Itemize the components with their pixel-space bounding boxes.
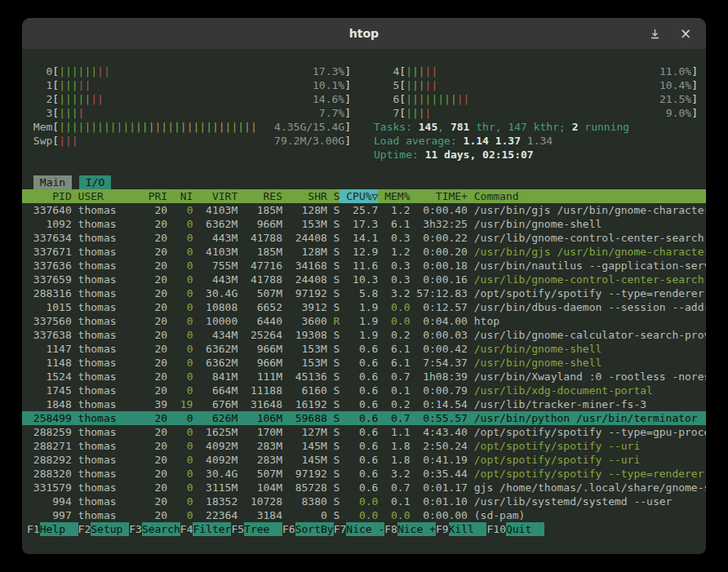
cell-time: 0:00.79 bbox=[411, 384, 468, 397]
fkey-label: Kill bbox=[449, 522, 487, 536]
column-header-ni[interactable]: NI bbox=[167, 189, 193, 203]
column-header-time[interactable]: TIME+ bbox=[411, 189, 468, 203]
fkey-kill[interactable]: F9Kill bbox=[436, 522, 487, 536]
cell-virt: 3115M bbox=[193, 481, 237, 494]
cell-virt: 676M bbox=[193, 397, 237, 411]
process-row-337640[interactable]: 337640thomas2004103M185M128MS25.71.20:00… bbox=[22, 203, 706, 217]
column-header-res[interactable]: RES bbox=[237, 189, 282, 203]
cell-ni: 0 bbox=[167, 203, 193, 217]
meter-bar-segment: ||||||||||||||||||| bbox=[135, 120, 257, 134]
cell-cmd: /usr/bin/nautilus --gapplication-serv bbox=[468, 259, 706, 273]
process-row-337634[interactable]: 337634thomas200443M4178824408S14.10.30:0… bbox=[22, 231, 706, 245]
column-header-cpu[interactable]: CPU%▽ bbox=[340, 189, 378, 203]
tab-i-o[interactable]: I/O bbox=[79, 175, 111, 189]
fkey-nice-[interactable]: F8Nice + bbox=[384, 522, 436, 536]
cell-ni: 0 bbox=[167, 411, 193, 425]
cell-ni: 0 bbox=[167, 508, 193, 522]
process-row-288292[interactable]: 288292thomas2004092M283M145MS0.61.80:41.… bbox=[22, 453, 706, 467]
process-row-331579[interactable]: 331579thomas2003115M104M85728S0.60.70:01… bbox=[22, 481, 706, 494]
meter-label: Mem bbox=[27, 120, 52, 134]
cell-res: 25264 bbox=[237, 328, 282, 342]
cell-cmd: /opt/spotify/spotify --type=renderer bbox=[468, 467, 706, 481]
meter-bracket-close: ] bbox=[344, 64, 351, 78]
cell-shr: 97192 bbox=[282, 286, 327, 300]
meter-area: 0[||||||||17.3%]1[|||||10.1%]2[|||||||14… bbox=[22, 64, 706, 162]
column-header-pid[interactable]: PID bbox=[27, 189, 72, 203]
cell-mem: 0.3 bbox=[378, 259, 410, 273]
cell-res: 966M bbox=[237, 342, 282, 356]
process-row-1745[interactable]: 1745thomas200664M111886160S0.60.10:00.79… bbox=[22, 384, 706, 397]
column-header-cmd[interactable]: Command bbox=[468, 189, 706, 203]
meter-4: 4[|||||11.0%] bbox=[374, 64, 698, 78]
close-button[interactable]: × bbox=[678, 26, 693, 41]
process-row-997[interactable]: 997thomas2002236431840S0.00.00:00.00(sd-… bbox=[22, 508, 706, 522]
load-average-segment: 1.14 1.37 bbox=[464, 135, 521, 147]
process-row-288259[interactable]: 288259thomas2001625M170M127MS0.61.14:43.… bbox=[22, 425, 706, 439]
column-header-s[interactable]: S bbox=[327, 189, 340, 203]
process-row-337638[interactable]: 337638thomas200434M2526419308S1.90.20:00… bbox=[22, 328, 706, 342]
cell-virt: 4092M bbox=[193, 453, 237, 467]
window-title: htop bbox=[349, 27, 379, 40]
meter-bar: ||||9.0% bbox=[406, 106, 691, 120]
fkey-sortby[interactable]: F6SortBy bbox=[282, 522, 334, 536]
cell-mem: 0.0 bbox=[378, 314, 410, 328]
process-row-1848[interactable]: 1848thomas3919676M3164816192S0.60.20:14.… bbox=[22, 397, 706, 411]
column-header-shr[interactable]: SHR bbox=[282, 189, 327, 203]
title-bar[interactable]: htop × bbox=[22, 18, 706, 49]
cell-shr: 145M bbox=[282, 439, 327, 453]
column-header-pri[interactable]: PRI bbox=[142, 189, 167, 203]
cell-shr: 145M bbox=[282, 453, 327, 467]
process-row-1092[interactable]: 1092thomas2006362M966M153MS17.36.13h32:2… bbox=[22, 217, 706, 231]
cell-ni: 0 bbox=[167, 259, 193, 273]
column-header-user[interactable]: USER bbox=[72, 189, 142, 203]
fkey-help[interactable]: F1Help bbox=[27, 522, 78, 536]
process-row-337636[interactable]: 337636thomas200755M4771634168S11.60.30:0… bbox=[22, 259, 706, 273]
cell-cpu: 0.6 bbox=[340, 397, 378, 411]
download-button[interactable] bbox=[647, 26, 662, 41]
process-row-337671[interactable]: 337671thomas2004103M185M128MS12.91.20:00… bbox=[22, 245, 706, 259]
process-row-1147[interactable]: 1147thomas2006362M966M153MS0.66.10:00.42… bbox=[22, 342, 706, 356]
fkey-tree[interactable]: F5Tree bbox=[231, 522, 282, 536]
cell-cpu: 12.9 bbox=[340, 245, 378, 259]
process-row-994[interactable]: 994thomas20018352107288380S0.00.10:01.10… bbox=[22, 494, 706, 508]
cell-cmd: /opt/spotify/spotify --uri bbox=[468, 453, 706, 467]
fkey-nice-[interactable]: F7Nice - bbox=[334, 522, 385, 536]
cell-mem: 0.3 bbox=[378, 273, 410, 286]
process-table-header: PIDUSERPRINIVIRTRESSHRSCPU%▽MEM%TIME+Com… bbox=[22, 189, 706, 203]
process-row-288316[interactable]: 288316thomas20030.4G507M97192S5.83.257:1… bbox=[22, 286, 706, 300]
fkey-quit[interactable]: F10Quit bbox=[486, 522, 544, 536]
cell-cpu: 25.7 bbox=[340, 203, 378, 217]
process-row-288320[interactable]: 288320thomas20030.4G507M97192S0.63.20:35… bbox=[22, 467, 706, 481]
process-row-258499[interactable]: 258499thomas200626M106M59688S0.60.70:55.… bbox=[22, 411, 706, 425]
process-row-1524[interactable]: 1524thomas200841M111M45136S0.60.71h08:39… bbox=[22, 370, 706, 384]
cell-time: 0:35.44 bbox=[411, 467, 468, 481]
cell-s: S bbox=[327, 300, 340, 314]
cell-cpu: 0.6 bbox=[340, 425, 378, 439]
tab-main[interactable]: Main bbox=[33, 175, 72, 189]
process-row-288271[interactable]: 288271thomas2004092M283M145MS0.61.82:50.… bbox=[22, 439, 706, 453]
cell-virt: 755M bbox=[193, 259, 237, 273]
cell-ni: 0 bbox=[167, 314, 193, 328]
process-row-1015[interactable]: 1015thomas2001080866523912S1.90.00:12.57… bbox=[22, 300, 706, 314]
column-header-mem[interactable]: MEM% bbox=[378, 189, 410, 203]
cell-mem: 0.7 bbox=[378, 481, 410, 494]
fkey-setup[interactable]: F2Setup bbox=[78, 522, 130, 536]
screen-tabs: MainI/O bbox=[22, 175, 706, 189]
cell-cpu: 0.6 bbox=[340, 453, 378, 467]
cell-pri: 20 bbox=[142, 342, 167, 356]
process-row-337659[interactable]: 337659thomas200443M4178824408S10.30.30:0… bbox=[22, 273, 706, 286]
meter-value: 9.0% bbox=[666, 106, 691, 120]
fkey-filter[interactable]: F4Filter bbox=[180, 522, 232, 536]
column-header-virt[interactable]: VIRT bbox=[193, 189, 237, 203]
process-row-1148[interactable]: 1148thomas2006362M966M153MS0.66.17:54.37… bbox=[22, 356, 706, 370]
cell-user: thomas bbox=[72, 411, 142, 425]
fkey-search[interactable]: F3Search bbox=[129, 522, 180, 536]
cell-shr: 16192 bbox=[282, 397, 327, 411]
cell-virt: 18352 bbox=[193, 494, 237, 508]
cell-mem: 1.2 bbox=[378, 245, 410, 259]
tasks-summary-segment: 145 bbox=[419, 121, 437, 133]
process-row-337560[interactable]: 337560thomas2001000064403600R1.90.00:04.… bbox=[22, 314, 706, 328]
cell-mem: 0.2 bbox=[378, 397, 410, 411]
cell-cmd: /opt/spotify/spotify --uri bbox=[468, 439, 706, 453]
load-average-segment: Load average: bbox=[374, 135, 464, 147]
